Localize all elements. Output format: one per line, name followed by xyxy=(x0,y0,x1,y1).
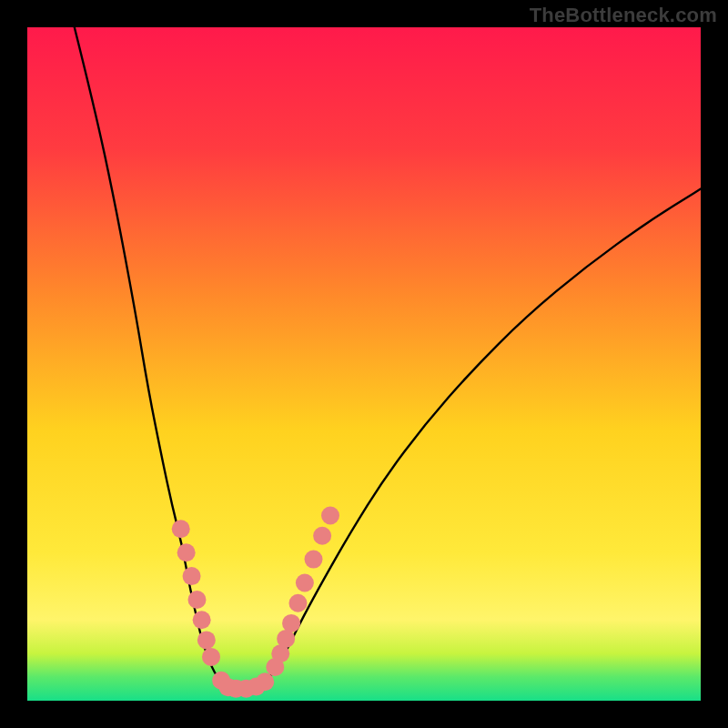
chart-frame: TheBottleneck.com xyxy=(0,0,728,728)
data-marker xyxy=(313,527,331,545)
data-marker xyxy=(202,648,220,666)
svg-rect-2 xyxy=(0,0,27,728)
data-marker xyxy=(172,520,190,538)
data-marker xyxy=(193,611,211,629)
data-marker xyxy=(321,507,339,525)
data-marker xyxy=(177,543,196,561)
data-marker xyxy=(288,594,307,612)
data-marker xyxy=(305,551,323,569)
data-marker xyxy=(282,614,300,632)
data-marker xyxy=(197,631,216,649)
data-marker xyxy=(187,591,206,609)
data-marker xyxy=(296,574,314,592)
svg-rect-3 xyxy=(701,0,728,728)
bottleneck-chart xyxy=(0,0,728,728)
data-marker xyxy=(256,672,274,691)
svg-rect-1 xyxy=(0,701,728,728)
data-marker xyxy=(183,567,201,585)
gradient-background xyxy=(27,27,701,701)
data-marker xyxy=(277,630,295,648)
watermark-text: TheBottleneck.com xyxy=(530,4,717,27)
